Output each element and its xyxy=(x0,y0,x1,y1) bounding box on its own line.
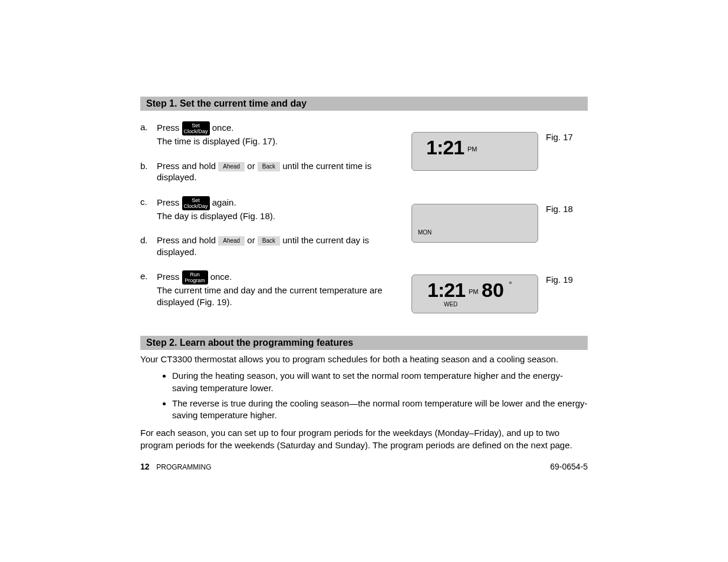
step2-body: Your CT3300 thermostat allows you to pro… xyxy=(140,353,588,451)
figure-label-17: Fig. 17 xyxy=(546,132,573,142)
instruction-a: a. Press Set Clock/Day once. The time is… xyxy=(140,121,403,147)
text: Press and hold xyxy=(157,161,218,171)
figure-label-19: Fig. 19 xyxy=(546,275,573,285)
step2-p1: Your CT3300 thermostat allows you to pro… xyxy=(140,353,588,365)
lcd-day: MON xyxy=(418,229,431,236)
lcd-time: 1:21 xyxy=(426,136,464,159)
step2-bullet-1: During the heating season, you will want… xyxy=(172,370,588,394)
button-line2: Clock/Day xyxy=(184,128,208,134)
text: Press and hold xyxy=(157,235,218,245)
ahead-button-icon: Ahead xyxy=(218,162,245,171)
text: Press xyxy=(157,272,182,282)
back-button-icon: Back xyxy=(258,162,280,171)
text: The time is displayed (Fig. 17). xyxy=(157,136,278,146)
text: Press xyxy=(157,197,182,207)
text: again. xyxy=(212,197,236,207)
step1-area: a. Press Set Clock/Day once. The time is… xyxy=(140,121,588,333)
step1-header: Step 1. Set the current time and day xyxy=(140,97,588,111)
footer-left: 12 PROGRAMMING xyxy=(140,462,212,471)
step2-bullet-2: The reverse is true during the cooling s… xyxy=(172,398,588,422)
instruction-letter: c. xyxy=(140,196,157,222)
lcd-fig17: 1:21 PM xyxy=(411,132,538,171)
set-clock-day-button-icon: Set Clock/Day xyxy=(182,196,210,210)
instruction-body: Press and hold Ahead or Back until the c… xyxy=(157,234,403,257)
instruction-e: e. Press Run Program once. The current t… xyxy=(140,270,403,308)
text: or xyxy=(247,161,258,171)
back-button-icon: Back xyxy=(258,236,280,246)
instruction-d: d. Press and hold Ahead or Back until th… xyxy=(140,234,403,257)
set-clock-day-button-icon: Set Clock/Day xyxy=(182,121,210,135)
footer-section: PROGRAMMING xyxy=(156,463,211,471)
footer-docnum: 69-0654-5 xyxy=(550,462,588,471)
text: once. xyxy=(210,272,232,282)
lcd-pm: PM xyxy=(467,146,477,153)
instruction-letter: e. xyxy=(140,270,157,308)
instruction-c: c. Press Set Clock/Day again. The day is… xyxy=(140,196,403,222)
page: Step 1. Set the current time and day a. … xyxy=(0,0,728,562)
instruction-body: Press Set Clock/Day once. The time is di… xyxy=(157,121,403,147)
lcd-pm: PM xyxy=(469,288,479,295)
button-line1: Set xyxy=(192,123,200,128)
degree-icon: ° xyxy=(509,280,512,289)
step1-instructions: a. Press Set Clock/Day once. The time is… xyxy=(140,121,403,308)
lcd-temp: 80 xyxy=(482,279,504,302)
lcd-fig18: MON xyxy=(411,204,538,243)
step2-header: Step 2. Learn about the programming feat… xyxy=(140,336,588,350)
text: The day is displayed (Fig. 18). xyxy=(157,211,275,221)
button-line1: Run xyxy=(190,272,200,277)
text: The current time and day and the current… xyxy=(157,285,383,307)
text: or xyxy=(247,235,258,245)
instruction-letter: a. xyxy=(140,121,157,147)
step2-list: During the heating season, you will want… xyxy=(140,370,588,421)
button-line1: Set xyxy=(192,197,200,203)
instruction-b: b. Press and hold Ahead or Back until th… xyxy=(140,160,403,183)
text: once. xyxy=(212,123,234,133)
page-footer: 12 PROGRAMMING 69-0654-5 xyxy=(140,462,588,471)
button-line2: Clock/Day xyxy=(184,203,208,209)
figure-label-18: Fig. 18 xyxy=(546,204,573,214)
instruction-body: Press and hold Ahead or Back until the c… xyxy=(157,160,403,183)
button-line2: Program xyxy=(185,277,205,283)
lcd-fig19: 1:21 PM 80 ° WED xyxy=(411,275,538,313)
lcd-time: 1:21 xyxy=(427,279,465,302)
lcd-day: WED xyxy=(444,301,457,308)
ahead-button-icon: Ahead xyxy=(218,236,245,246)
instruction-body: Press Run Program once. The current time… xyxy=(157,270,403,308)
instruction-letter: d. xyxy=(140,234,157,257)
run-program-button-icon: Run Program xyxy=(182,270,208,285)
instruction-letter: b. xyxy=(140,160,157,183)
page-number: 12 xyxy=(140,462,150,471)
text: Press xyxy=(157,123,182,133)
instruction-body: Press Set Clock/Day again. The day is di… xyxy=(157,196,403,222)
step2-p2: For each season, you can set up to four … xyxy=(140,427,588,451)
